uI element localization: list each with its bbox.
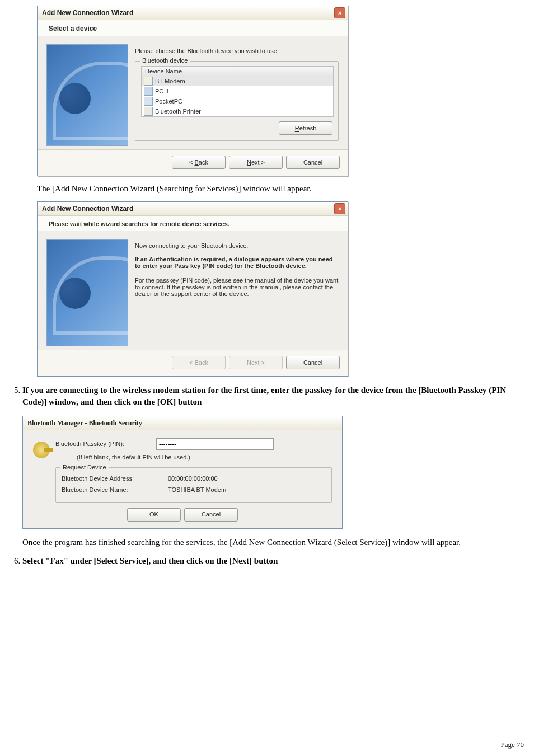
passkey-hint-text: For the passkey (PIN code), please see t…: [135, 277, 339, 297]
window-title: Add New Connection Wizard: [42, 205, 133, 213]
cancel-button[interactable]: Cancel: [184, 508, 238, 522]
ok-button[interactable]: OK: [127, 508, 181, 522]
list-item[interactable]: Bluetooth Printer: [142, 106, 333, 116]
list-item[interactable]: BT Modem: [142, 76, 333, 86]
address-label: Bluetooth Device Address:: [62, 475, 168, 483]
cancel-button[interactable]: Cancel: [286, 156, 340, 169]
header-text: Please wait while wizard searches for re…: [49, 220, 340, 227]
caption-text: The [Add New Connection Wizard (Searchin…: [37, 184, 525, 194]
list-item[interactable]: PocketPC: [142, 96, 333, 106]
next-button[interactable]: Next >: [229, 156, 283, 169]
page-footer: Page 70: [500, 740, 524, 749]
device-name: PC-1: [155, 88, 169, 95]
wizard-buttons: < Back Next > Cancel: [38, 149, 348, 176]
titlebar: Add New Connection Wizard ×: [38, 202, 348, 216]
passkey-label: Bluetooth Passkey (PIN):: [55, 440, 156, 448]
computer-icon: [144, 87, 153, 96]
group-legend: Bluetooth device: [140, 57, 190, 64]
printer-icon: [144, 107, 153, 116]
back-button[interactable]: < Back: [172, 156, 226, 169]
window-title: Add New Connection Wizard: [42, 9, 133, 17]
connecting-text: Now connecting to your Bluetooth device.: [135, 242, 339, 249]
request-device-group: Request Device Bluetooth Device Address:…: [55, 467, 332, 503]
group-legend: Request Device: [60, 463, 109, 472]
close-icon[interactable]: ×: [334, 203, 345, 214]
titlebar: Add New Connection Wizard ×: [38, 6, 348, 20]
wizard-side-graphic: [46, 239, 128, 346]
passkey-input[interactable]: [156, 438, 274, 450]
step-5: If you are connecting to the wireless mo…: [22, 384, 525, 548]
instruction-text: Please choose the Bluetooth device you w…: [135, 48, 339, 54]
key-icon: [33, 442, 50, 458]
device-name-label: Bluetooth Device Name:: [62, 486, 168, 494]
wizard-select-device-dialog: Add New Connection Wizard × Select a dev…: [37, 6, 348, 176]
wizard-side-graphic: [46, 44, 128, 146]
device-list[interactable]: Device Name BT Modem PC-1 PocketPC: [141, 66, 334, 117]
next-button: Next >: [229, 356, 283, 369]
wizard-header: Please wait while wizard searches for re…: [38, 216, 348, 231]
pda-icon: [144, 97, 153, 106]
caption-text: Once the program has finished searching …: [22, 537, 525, 548]
device-name-value: TOSHIBA BT Modem: [168, 486, 226, 494]
back-button: < Back: [172, 356, 226, 369]
window-title: Bluetooth Manager - Bluetooth Security: [27, 419, 142, 428]
list-item[interactable]: PC-1: [142, 86, 333, 96]
cancel-button[interactable]: Cancel: [286, 356, 340, 369]
wizard-header: Select a device: [38, 20, 348, 36]
header-text: Select a device: [49, 25, 340, 32]
passkey-hint: (If left blank, the default PIN will be …: [77, 453, 332, 462]
close-icon[interactable]: ×: [334, 7, 345, 18]
wizard-buttons: < Back Next > Cancel: [38, 350, 348, 376]
device-name: Bluetooth Printer: [155, 108, 201, 115]
device-name: BT Modem: [155, 78, 185, 84]
wizard-searching-dialog: Add New Connection Wizard × Please wait …: [37, 201, 348, 377]
titlebar: Bluetooth Manager - Bluetooth Security ×: [23, 416, 342, 430]
refresh-button[interactable]: Refresh: [279, 121, 332, 135]
bluetooth-device-group: Bluetooth device Device Name BT Modem PC…: [135, 61, 339, 141]
auth-warning-text: If an Authentication is required, a dial…: [135, 256, 339, 269]
column-header: Device Name: [142, 67, 333, 76]
device-name: PocketPC: [155, 98, 182, 105]
step-6: Select "Fax" under [Select Service], and…: [22, 555, 525, 567]
address-value: 00:00:00:00:00:00: [168, 475, 218, 483]
phone-icon: [144, 77, 153, 86]
bluetooth-security-dialog: Bluetooth Manager - Bluetooth Security ×…: [22, 416, 343, 529]
